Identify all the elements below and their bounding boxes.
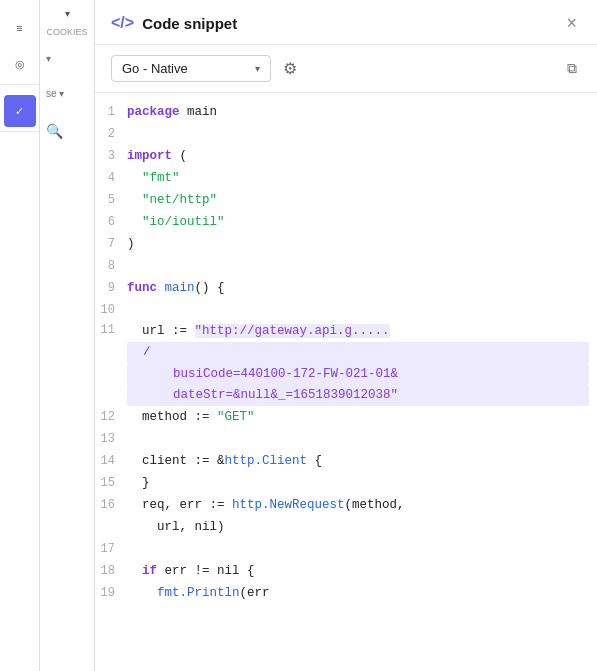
copy-button[interactable]: ⧉: [563, 56, 581, 81]
settings-button[interactable]: ⚙: [279, 55, 301, 82]
sidebar-menu-btn[interactable]: ≡: [4, 12, 36, 44]
line-content: "io/ioutil": [127, 211, 597, 233]
language-value: Go - Native: [122, 61, 188, 76]
sidebar-circle-btn[interactable]: ◎: [4, 48, 36, 80]
line-number: 8: [95, 255, 127, 277]
line-number: 2: [95, 123, 127, 145]
sidebar-active-btn[interactable]: ✓: [4, 95, 36, 127]
sidebar-top-section: ≡ ◎: [0, 8, 39, 85]
chevron-down-icon: ▾: [65, 8, 70, 19]
line-content: "net/http": [127, 189, 597, 211]
main-panel: </> Code snippet × Go - Native ▾ ⚙ ⧉ 1 p…: [95, 0, 597, 671]
line-number: 3: [95, 145, 127, 167]
dropdown-row: Go - Native ▾ ⚙ ⧉: [95, 45, 597, 93]
code-line: 13: [95, 428, 597, 450]
line-number: 15: [95, 472, 127, 494]
line-number: 5: [95, 189, 127, 211]
line-content: client := &http.Client {: [127, 450, 597, 472]
line-number: 18: [95, 560, 127, 582]
code-line: 5 "net/http": [95, 189, 597, 211]
line-content: url, nil): [127, 516, 597, 538]
line-number: 19: [95, 582, 127, 604]
line-content: req, err := http.NewRequest(method,: [127, 494, 597, 516]
line-content: }: [127, 472, 597, 494]
code-line: 7 ): [95, 233, 597, 255]
code-line: 12 method := "GET": [95, 406, 597, 428]
code-snippet-icon: </>: [111, 14, 134, 32]
line-content: method := "GET": [127, 406, 597, 428]
line-content: "fmt": [127, 167, 597, 189]
code-line: 8: [95, 255, 597, 277]
chevron-small: ▾: [59, 88, 64, 99]
line-number: 17: [95, 538, 127, 560]
line-content: import (: [127, 145, 597, 167]
language-selector[interactable]: Go - Native ▾: [111, 55, 271, 82]
line-number: 6: [95, 211, 127, 233]
line-content: ): [127, 233, 597, 255]
code-line: 19 fmt.Println(err: [95, 582, 597, 604]
code-line: 3 import (: [95, 145, 597, 167]
panel-title-row: </> Code snippet: [111, 14, 237, 32]
line-number: 9: [95, 277, 127, 299]
code-line: 2: [95, 123, 597, 145]
cookies-label[interactable]: Cookies: [46, 27, 88, 37]
code-line: 15 }: [95, 472, 597, 494]
line-number: 7: [95, 233, 127, 255]
left-panel: ▾ Cookies ▾ se ▾ 🔍: [40, 0, 95, 671]
close-button[interactable]: ×: [562, 12, 581, 34]
line-number: 16: [95, 494, 127, 516]
url-line-content: url := "http://gateway.api.g...../ busiC…: [127, 321, 597, 406]
lang-chevron-icon: ▾: [255, 63, 260, 74]
section-label: se: [46, 88, 57, 99]
code-line: 10: [95, 299, 597, 321]
left-panel-section[interactable]: se ▾: [46, 88, 88, 99]
search-icon[interactable]: 🔍: [46, 123, 88, 139]
line-content: if err != nil {: [127, 560, 597, 582]
line-number: 10: [95, 299, 127, 321]
code-line: 6 "io/ioutil": [95, 211, 597, 233]
line-number: 14: [95, 450, 127, 472]
code-line-url: 11 url := "http://gateway.api.g...../ bu…: [95, 321, 597, 406]
code-line: 17: [95, 538, 597, 560]
code-line: 4 "fmt": [95, 167, 597, 189]
line-number: 11: [95, 321, 127, 340]
code-line: url, nil): [95, 516, 597, 538]
code-area: 1 package main 2 3 import ( 4 "fmt" 5 "n…: [95, 93, 597, 671]
left-panel-arrow2[interactable]: ▾: [46, 53, 88, 64]
line-number: 12: [95, 406, 127, 428]
sidebar: ≡ ◎ ✓: [0, 0, 40, 671]
code-line: 18 if err != nil {: [95, 560, 597, 582]
chevron-down-icon-2: ▾: [46, 53, 51, 64]
line-number: 13: [95, 428, 127, 450]
line-number: 1: [95, 101, 127, 123]
line-content: package main: [127, 101, 597, 123]
panel-header: </> Code snippet ×: [95, 0, 597, 45]
code-line: 16 req, err := http.NewRequest(method,: [95, 494, 597, 516]
code-line: 9 func main() {: [95, 277, 597, 299]
sidebar-mid-section: ✓: [0, 91, 39, 132]
left-panel-toggle[interactable]: ▾: [46, 8, 88, 19]
code-line: 1 package main: [95, 101, 597, 123]
line-content: func main() {: [127, 277, 597, 299]
panel-title: Code snippet: [142, 15, 237, 32]
code-line: 14 client := &http.Client {: [95, 450, 597, 472]
line-content: fmt.Println(err: [127, 582, 597, 604]
line-number: 4: [95, 167, 127, 189]
